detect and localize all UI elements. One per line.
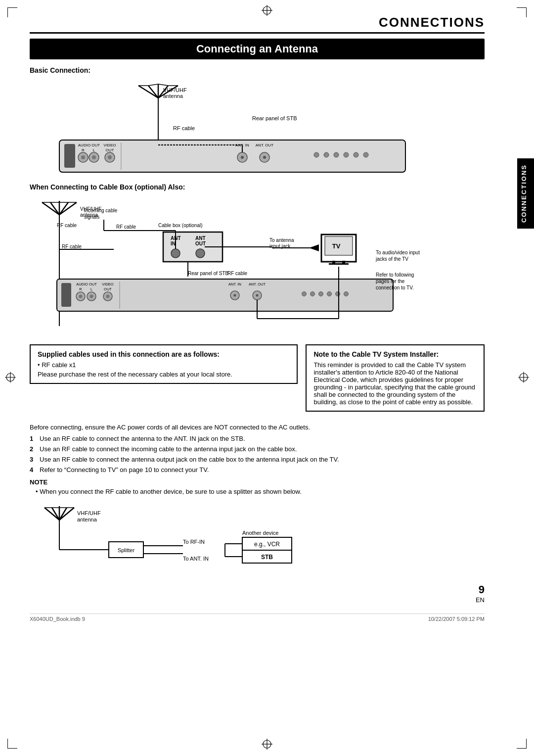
- svg-point-51: [344, 152, 349, 157]
- cable-box-section-label: When Connecting to Cable Box (optional) …: [30, 183, 485, 191]
- svg-text:Rear panel of STB: Rear panel of STB: [252, 115, 297, 121]
- svg-point-115: [234, 294, 236, 297]
- svg-text:AUDIO OUT: AUDIO OUT: [76, 282, 97, 286]
- svg-line-56: [42, 202, 59, 215]
- svg-line-19: [158, 84, 168, 86]
- basic-connection-svg: VHF/UHF antenna RF cable Rear panel of S…: [30, 78, 475, 177]
- svg-line-59: [59, 202, 68, 215]
- corner-mark-tr: [517, 7, 527, 17]
- page-lang: EN: [476, 596, 485, 604]
- corner-mark-bl: [7, 739, 17, 749]
- svg-text:VHF/UHF: VHF/UHF: [77, 510, 101, 516]
- page-title: CONNECTIONS: [30, 15, 485, 34]
- steps-list: 1 Use an RF cable to connect the antenna…: [30, 435, 485, 473]
- svg-line-13: [148, 86, 158, 98]
- note-section: NOTE • When you connect the RF cable to …: [30, 478, 485, 495]
- file-info-left: X6040UD_Book.indb 9: [30, 616, 85, 622]
- svg-point-111: [106, 295, 110, 298]
- svg-text:Incoming cable: Incoming cable: [84, 208, 118, 213]
- svg-text:OUT: OUT: [104, 287, 112, 291]
- svg-point-40: [108, 155, 112, 159]
- connections-sidebar-tab: CONNECTIONS: [517, 158, 534, 229]
- svg-text:TV: TV: [332, 242, 341, 250]
- rf-cable-item: • RF cable x1: [38, 361, 290, 369]
- supplied-cables-col: Supplied cables used in this connection …: [30, 344, 298, 418]
- cable-tv-note-box: Note to the Cable TV System Installer: T…: [306, 344, 485, 412]
- svg-line-136: [52, 508, 59, 520]
- svg-point-49: [324, 152, 329, 157]
- step-1-num: 1: [30, 435, 37, 442]
- step-1: 1 Use an RF cable to connect the antenna…: [30, 435, 485, 442]
- svg-text:AUDIO OUT: AUDIO OUT: [78, 143, 100, 147]
- svg-text:VHF/UHF: VHF/UHF: [163, 87, 187, 93]
- svg-text:STB: STB: [261, 554, 273, 561]
- intro-para: Before connecting, ensure the AC power c…: [30, 424, 485, 431]
- note-title: NOTE: [30, 478, 485, 486]
- svg-line-57: [50, 202, 59, 215]
- svg-text:Refer to following: Refer to following: [376, 272, 414, 278]
- svg-point-50: [334, 152, 339, 157]
- svg-text:IN: IN: [171, 241, 176, 246]
- two-col-section: Supplied cables used in this connection …: [30, 344, 485, 418]
- reg-mark-right: [518, 372, 529, 384]
- svg-point-36: [92, 155, 96, 159]
- svg-text:To antenna: To antenna: [269, 237, 294, 243]
- svg-point-121: [319, 292, 323, 296]
- step-2-text: Use an RF cable to connect the incoming …: [40, 445, 297, 453]
- corner-mark-br: [517, 739, 527, 749]
- cable-tv-note-title: Note to the Cable TV System Installer:: [313, 350, 477, 358]
- basic-connection-diagram: VHF/UHF antenna RF cable Rear panel of S…: [30, 78, 485, 177]
- svg-text:OUT: OUT: [195, 241, 206, 246]
- purchase-note: Please purchase the rest of the necessar…: [38, 371, 290, 378]
- svg-point-47: [263, 156, 266, 159]
- svg-point-44: [241, 156, 244, 159]
- note-bullet: • When you connect the RF cable to anoth…: [36, 488, 485, 495]
- svg-text:ANT. OUT: ANT. OUT: [249, 282, 266, 286]
- splitter-diagram: VHF/UHF antenna Splitter To RF-IN To ANT…: [30, 500, 485, 579]
- svg-text:RF cable: RF cable: [57, 223, 77, 228]
- svg-text:VIDEO: VIDEO: [102, 282, 114, 286]
- svg-line-12: [138, 86, 158, 98]
- svg-text:ANT. OUT: ANT. OUT: [256, 143, 274, 147]
- svg-point-53: [363, 152, 368, 157]
- svg-text:VIDEO: VIDEO: [104, 143, 116, 147]
- svg-text:ANT: ANT: [195, 236, 206, 241]
- svg-point-120: [311, 292, 315, 296]
- svg-text:RF cable: RF cable: [116, 224, 136, 230]
- svg-text:R: R: [79, 287, 82, 291]
- svg-point-48: [314, 152, 319, 157]
- svg-point-52: [354, 152, 358, 157]
- cable-box-svg: VHF/UHF antenna RF cable Incoming cable …: [30, 195, 504, 338]
- svg-text:signals: signals: [84, 214, 99, 220]
- page-footer: X6040UD_Book.indb 9 10/22/2007 5:09:12 P…: [30, 614, 485, 622]
- supplied-cables-title: Supplied cables used in this connection …: [38, 350, 290, 358]
- step-3: 3 Use an RF cable to connect the antenna…: [30, 456, 485, 463]
- svg-line-135: [44, 508, 59, 520]
- svg-point-124: [344, 292, 349, 296]
- svg-text:RF cable: RF cable: [173, 125, 195, 131]
- svg-text:Splitter: Splitter: [118, 547, 135, 553]
- svg-text:Rear panel of STB: Rear panel of STB: [188, 271, 229, 276]
- svg-text:RF cable: RF cable: [227, 271, 247, 276]
- svg-text:L: L: [90, 287, 92, 291]
- svg-point-79: [196, 249, 205, 258]
- svg-point-34: [81, 155, 85, 159]
- svg-line-60: [59, 202, 77, 215]
- svg-text:pages for the: pages for the: [376, 279, 405, 284]
- step-2-num: 2: [30, 445, 37, 453]
- svg-text:connection to TV.: connection to TV.: [376, 285, 414, 290]
- step-1-text: Use an RF cable to connect the antenna t…: [40, 435, 245, 442]
- svg-text:L: L: [93, 148, 95, 152]
- reg-mark-left: [5, 372, 16, 384]
- step-4: 4 Refer to “Connecting to TV” on page 10…: [30, 466, 485, 473]
- svg-line-138: [59, 508, 67, 520]
- svg-text:ANT. IN: ANT. IN: [228, 282, 241, 286]
- svg-text:To ANT. IN: To ANT. IN: [183, 556, 209, 562]
- cable-box-diagram: VHF/UHF antenna RF cable Incoming cable …: [30, 195, 485, 338]
- svg-text:OUT: OUT: [106, 148, 114, 152]
- cable-tv-note-body: This reminder is provided to call the Ca…: [313, 361, 477, 406]
- svg-point-118: [256, 294, 259, 297]
- svg-text:RF cable: RF cable: [62, 244, 82, 249]
- basic-connection-label: Basic Connection:: [30, 66, 485, 74]
- svg-point-107: [90, 295, 93, 298]
